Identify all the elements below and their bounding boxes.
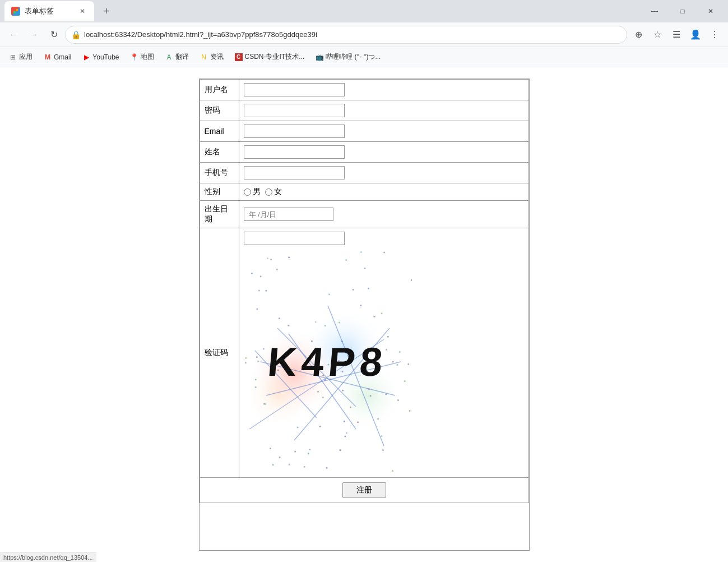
phone-label: 手机号 xyxy=(200,163,239,183)
bookmark-apps[interactable]: ⊞ 应用 xyxy=(4,50,37,64)
status-text: https://blog.csdn.net/qq_13504... xyxy=(3,554,93,561)
bookmark-news-label: 资讯 xyxy=(210,52,224,62)
reload-button[interactable]: ↻ xyxy=(45,26,63,44)
captcha-label: 验证码 xyxy=(200,228,239,478)
tab-close-button[interactable]: ✕ xyxy=(77,6,87,16)
tab-title: 表单标签 xyxy=(25,6,54,16)
bookmark-translate[interactable]: A 翻译 xyxy=(161,50,193,64)
bookmark-translate-label: 翻译 xyxy=(175,52,189,62)
gender-male-label[interactable]: 男 xyxy=(244,187,261,197)
nav-actions: ⊕ ☆ ☰ 👤 ⋮ xyxy=(629,26,724,44)
apps-icon: ⊞ xyxy=(9,53,17,61)
gender-female-label[interactable]: 女 xyxy=(265,187,282,197)
username-cell xyxy=(239,80,528,100)
bookmark-bilibili-label: 哔哩哔哩 (°- °)つ... xyxy=(326,52,381,62)
translate-icon: A xyxy=(165,53,173,61)
captcha-code: K4P8 xyxy=(266,339,389,385)
close-button[interactable]: ✕ xyxy=(698,2,724,20)
gender-male-text: 男 xyxy=(253,187,261,197)
bilibili-icon: 📺 xyxy=(316,53,323,61)
bookmark-youtube-label: YouTube xyxy=(92,53,119,61)
captcha-cell: K4P8 xyxy=(239,228,528,478)
fullname-input[interactable] xyxy=(244,145,345,159)
bookmark-csdn-label: CSDN-专业IT技术... xyxy=(245,52,305,62)
maximize-button[interactable]: □ xyxy=(670,2,695,20)
birthdate-label: 出生日期 xyxy=(200,201,239,228)
gmail-icon: M xyxy=(44,53,52,61)
email-label: Email xyxy=(200,121,239,142)
username-label: 用户名 xyxy=(200,80,239,100)
browser-window: 表单标签 ✕ + — □ ✕ ← → ↻ 🔒 localhost:63342/D… xyxy=(0,0,728,562)
address-bar[interactable]: 🔒 localhost:63342/Desktop/html2.html?_ij… xyxy=(65,26,627,44)
captcha-row: 验证码 K4P8 xyxy=(200,228,528,478)
captcha-input[interactable] xyxy=(244,232,345,245)
page-content: 用户名 密码 Email xyxy=(0,67,728,562)
bookmark-gmail[interactable]: M Gmail xyxy=(39,51,76,63)
phone-cell xyxy=(239,163,528,183)
bookmark-bilibili[interactable]: 📺 哔哩哔哩 (°- °)つ... xyxy=(311,50,385,64)
gender-cell: 男 女 xyxy=(239,183,528,201)
birthdate-row: 出生日期 xyxy=(200,201,528,228)
youtube-icon: ▶ xyxy=(82,53,90,61)
email-input[interactable] xyxy=(244,125,345,138)
svg-rect-3 xyxy=(16,9,18,11)
email-cell xyxy=(239,121,528,142)
active-tab[interactable]: 表单标签 ✕ xyxy=(4,1,94,21)
fullname-label: 姓名 xyxy=(200,142,239,163)
submit-button[interactable]: 注册 xyxy=(342,482,386,498)
new-tab-button[interactable]: + xyxy=(99,3,114,19)
gender-radio-group: 男 女 xyxy=(244,187,524,197)
maps-icon: 📍 xyxy=(131,53,138,61)
bookmark-apps-label: 应用 xyxy=(19,52,33,62)
minimize-button[interactable]: — xyxy=(642,2,667,20)
username-row: 用户名 xyxy=(200,80,528,100)
password-cell xyxy=(239,100,528,121)
svg-rect-0 xyxy=(13,9,16,11)
birthdate-input[interactable] xyxy=(244,208,333,221)
news-icon: N xyxy=(200,53,208,61)
bookmark-csdn[interactable]: C CSDN-专业IT技术... xyxy=(230,50,309,64)
bookmark-button[interactable]: ☆ xyxy=(648,26,666,44)
captcha-content: K4P8 xyxy=(244,232,524,474)
fullname-row: 姓名 xyxy=(200,142,528,163)
status-bar: https://blog.csdn.net/qq_13504... xyxy=(0,552,96,562)
csdn-icon: C xyxy=(235,53,243,61)
phone-row: 手机号 xyxy=(200,163,528,183)
registration-form: 用户名 密码 Email xyxy=(199,79,530,551)
username-input[interactable] xyxy=(244,83,345,96)
email-row: Email xyxy=(200,121,528,142)
more-button[interactable]: ⋮ xyxy=(706,26,724,44)
bookmark-youtube[interactable]: ▶ YouTube xyxy=(78,51,123,63)
svg-rect-2 xyxy=(13,11,16,13)
gender-row: 性别 男 女 xyxy=(200,183,528,201)
password-label: 密码 xyxy=(200,100,239,121)
gender-male-radio[interactable] xyxy=(244,188,251,196)
forward-button[interactable]: → xyxy=(25,26,43,44)
url-text: localhost:63342/Desktop/html2.html?_ijt=… xyxy=(84,30,621,39)
bookmarks-bar: ⊞ 应用 M Gmail ▶ YouTube 📍 地图 A 翻译 N 资讯 C … xyxy=(0,47,728,67)
gender-label: 性别 xyxy=(200,183,239,201)
back-button[interactable]: ← xyxy=(4,26,22,44)
security-icon: 🔒 xyxy=(71,30,81,39)
profile-button[interactable]: 👤 xyxy=(687,26,704,44)
birthdate-cell xyxy=(239,201,528,228)
phone-input[interactable] xyxy=(244,166,345,179)
submit-row: 注册 xyxy=(200,478,528,503)
bookmark-maps-label: 地图 xyxy=(141,52,154,62)
translate-page-button[interactable]: ⊕ xyxy=(629,26,647,44)
gender-female-radio[interactable] xyxy=(265,188,272,196)
tab-favicon xyxy=(11,7,20,16)
reading-list-button[interactable]: ☰ xyxy=(667,26,685,44)
captcha-image: K4P8 xyxy=(244,250,412,474)
password-input[interactable] xyxy=(244,104,345,117)
fullname-cell xyxy=(239,142,528,163)
bookmark-news[interactable]: N 资讯 xyxy=(196,50,228,64)
password-row: 密码 xyxy=(200,100,528,121)
svg-rect-1 xyxy=(16,11,18,13)
window-controls: — □ ✕ xyxy=(642,2,724,20)
navigation-bar: ← → ↻ 🔒 localhost:63342/Desktop/html2.ht… xyxy=(0,22,728,47)
bookmark-maps[interactable]: 📍 地图 xyxy=(126,50,159,64)
title-bar: 表单标签 ✕ + — □ ✕ xyxy=(0,0,728,22)
gender-female-text: 女 xyxy=(274,187,282,197)
bookmark-gmail-label: Gmail xyxy=(54,53,71,61)
